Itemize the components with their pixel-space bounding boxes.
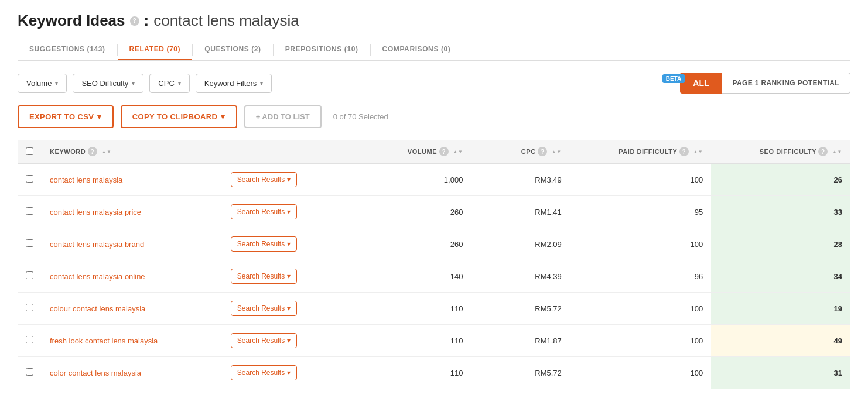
- search-results-button[interactable]: Search Results ▾: [231, 172, 297, 187]
- tab-suggestions[interactable]: SUGGESTIONS (143): [18, 39, 117, 60]
- seo-difficulty-cell: 49: [711, 325, 850, 357]
- right-controls: BETA ALL PAGE 1 RANKING POTENTIAL: [658, 73, 850, 94]
- all-button[interactable]: ALL: [680, 73, 722, 94]
- volume-filter[interactable]: Volume ▾: [18, 74, 67, 93]
- search-results-chevron-icon: ▾: [287, 208, 291, 216]
- title-main: Keyword Ideas: [18, 12, 125, 30]
- cpc-cell: RM2.09: [471, 228, 569, 260]
- row-checkbox[interactable]: [26, 271, 33, 279]
- keyword-cell[interactable]: contact lens malaysia brand: [42, 228, 223, 260]
- page-title: Keyword Ideas ? : contact lens malaysia: [18, 12, 850, 30]
- add-to-list-button[interactable]: + ADD TO LIST: [244, 105, 322, 128]
- title-separator: :: [144, 12, 149, 30]
- row-checkbox[interactable]: [26, 175, 33, 183]
- filters-row: Volume ▾ SEO Difficulty ▾ CPC ▾ Keyword …: [18, 73, 850, 94]
- row-checkbox-cell[interactable]: [18, 228, 42, 260]
- cpc-help-icon[interactable]: ?: [538, 147, 547, 156]
- cpc-cell: RM5.72: [471, 357, 569, 389]
- cpc-chevron-icon: ▾: [178, 80, 181, 87]
- keyword-cell[interactable]: color contact lens malaysia: [42, 357, 223, 389]
- row-checkbox[interactable]: [26, 304, 33, 311]
- search-results-button[interactable]: Search Results ▾: [231, 301, 297, 316]
- search-results-button[interactable]: Search Results ▾: [231, 365, 297, 380]
- type-column-header: [223, 140, 371, 164]
- keyword-filters-filter[interactable]: Keyword Filters ▾: [196, 74, 272, 93]
- keyword-cell[interactable]: fresh look contact lens malaysia: [42, 325, 223, 357]
- row-checkbox-cell[interactable]: [18, 196, 42, 228]
- volume-cell: 260: [370, 196, 471, 228]
- search-results-cell: Search Results ▾: [223, 228, 371, 260]
- row-checkbox[interactable]: [26, 336, 33, 343]
- title-query: contact lens malaysia: [153, 12, 299, 30]
- page-container: Keyword Ideas ? : contact lens malaysia …: [0, 0, 868, 401]
- tab-questions[interactable]: QUESTIONS (2): [193, 39, 272, 60]
- seo-difficulty-help-icon[interactable]: ?: [818, 147, 828, 156]
- page1-ranking-button[interactable]: PAGE 1 RANKING POTENTIAL: [722, 73, 850, 94]
- cpc-sort-icon[interactable]: ▲▼: [552, 149, 562, 154]
- seo-difficulty-cell: 26: [711, 164, 850, 196]
- volume-cell: 110: [370, 293, 471, 325]
- keyword-cell[interactable]: contact lens malaysia online: [42, 260, 223, 293]
- table-header-row: KEYWORD ? ▲▼ VOLUME ? ▲▼ CPC ? ▲▼: [18, 140, 850, 164]
- keywords-table: KEYWORD ? ▲▼ VOLUME ? ▲▼ CPC ? ▲▼: [18, 140, 850, 389]
- export-chevron-icon: ▾: [97, 112, 101, 121]
- table-row: fresh look contact lens malaysia Search …: [18, 325, 850, 357]
- paid-difficulty-cell: 100: [570, 357, 712, 389]
- tab-prepositions[interactable]: PREPOSITIONS (10): [274, 39, 370, 60]
- paid-difficulty-cell: 100: [570, 228, 712, 260]
- seo-difficulty-cell: 28: [711, 228, 850, 260]
- row-checkbox-cell[interactable]: [18, 293, 42, 325]
- cpc-cell: RM4.39: [471, 260, 569, 293]
- search-results-cell: Search Results ▾: [223, 325, 371, 357]
- row-checkbox-cell[interactable]: [18, 325, 42, 357]
- cpc-column-header: CPC ? ▲▼: [471, 140, 569, 164]
- seo-difficulty-sort-icon[interactable]: ▲▼: [832, 149, 842, 154]
- volume-column-header: VOLUME ? ▲▼: [370, 140, 471, 164]
- cpc-filter[interactable]: CPC ▾: [149, 74, 189, 93]
- keyword-sort-icon[interactable]: ▲▼: [102, 149, 112, 154]
- volume-sort-icon[interactable]: ▲▼: [453, 149, 463, 154]
- volume-cell: 140: [370, 260, 471, 293]
- search-results-cell: Search Results ▾: [223, 164, 371, 196]
- select-all-checkbox[interactable]: [26, 147, 33, 155]
- search-results-chevron-icon: ▾: [287, 369, 291, 377]
- search-results-chevron-icon: ▾: [287, 272, 291, 280]
- search-results-button[interactable]: Search Results ▾: [231, 236, 297, 252]
- search-results-button[interactable]: Search Results ▾: [231, 333, 297, 348]
- copy-clipboard-button[interactable]: COPY TO CLIPBOARD ▾: [121, 105, 237, 128]
- keywords-table-wrapper: KEYWORD ? ▲▼ VOLUME ? ▲▼ CPC ? ▲▼: [18, 140, 850, 389]
- paid-difficulty-help-icon[interactable]: ?: [679, 147, 689, 156]
- seo-difficulty-cell: 31: [711, 357, 850, 389]
- volume-cell: 110: [370, 325, 471, 357]
- paid-difficulty-cell: 100: [570, 325, 712, 357]
- search-results-cell: Search Results ▾: [223, 357, 371, 389]
- keyword-column-header: KEYWORD ? ▲▼: [42, 140, 223, 164]
- table-row: contact lens malaysia price Search Resul…: [18, 196, 850, 228]
- row-checkbox-cell[interactable]: [18, 164, 42, 196]
- keyword-cell[interactable]: contact lens malaysia: [42, 164, 223, 196]
- keyword-cell[interactable]: colour contact lens malaysia: [42, 293, 223, 325]
- tab-comparisons[interactable]: COMPARISONS (0): [371, 39, 463, 60]
- row-checkbox[interactable]: [26, 207, 33, 215]
- keyword-help-icon[interactable]: ?: [88, 147, 97, 156]
- volume-help-icon[interactable]: ?: [439, 147, 449, 156]
- beta-badge: BETA: [662, 74, 685, 83]
- seo-difficulty-filter[interactable]: SEO Difficulty ▾: [73, 74, 143, 93]
- search-results-button[interactable]: Search Results ▾: [231, 269, 297, 284]
- paid-difficulty-sort-icon[interactable]: ▲▼: [693, 149, 703, 154]
- tab-related[interactable]: RELATED (70): [118, 39, 193, 60]
- select-all-header[interactable]: [18, 140, 42, 164]
- export-csv-button[interactable]: EXPORT TO CSV ▾: [18, 105, 114, 128]
- seo-difficulty-cell: 33: [711, 196, 850, 228]
- row-checkbox-cell[interactable]: [18, 260, 42, 293]
- title-help-icon[interactable]: ?: [130, 16, 139, 26]
- row-checkbox[interactable]: [26, 239, 33, 247]
- actions-row: EXPORT TO CSV ▾ COPY TO CLIPBOARD ▾ + AD…: [18, 105, 850, 128]
- seo-difficulty-cell: 34: [711, 260, 850, 293]
- search-results-button[interactable]: Search Results ▾: [231, 204, 297, 219]
- row-checkbox[interactable]: [26, 368, 33, 376]
- keyword-cell[interactable]: contact lens malaysia price: [42, 196, 223, 228]
- cpc-cell: RM1.87: [471, 325, 569, 357]
- row-checkbox-cell[interactable]: [18, 357, 42, 389]
- paid-difficulty-column-header: PAID DIFFICULTY ? ▲▼: [570, 140, 712, 164]
